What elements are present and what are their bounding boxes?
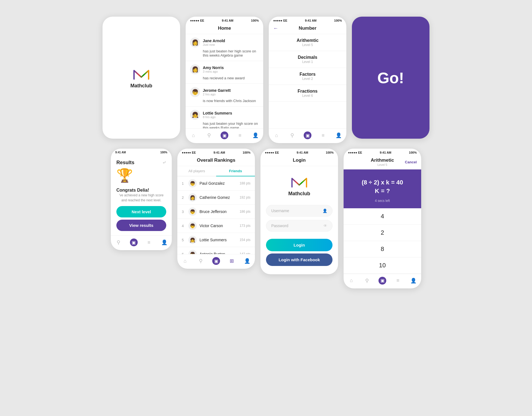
ranking-row-4: 4 👦 Victor Carson 173 pts <box>177 219 255 233</box>
congrats-title: Congrats Delia! <box>116 188 166 193</box>
splash-title: Mathclub <box>131 83 152 89</box>
tab-all-players[interactable]: All players <box>177 166 216 176</box>
number-item-fractions[interactable]: Fractions Level 6 <box>269 85 346 102</box>
bottom-nav-home: ⌂ ⚲ ▣ ≡ 👤 <box>186 128 263 143</box>
nav-home-icon[interactable]: ⌂ <box>190 131 197 139</box>
back-button[interactable]: ← <box>273 26 278 31</box>
nav-profile-icon4[interactable]: 👤 <box>243 257 251 265</box>
nav-search-icon3[interactable]: ⚲ <box>115 239 122 246</box>
number-item-decimals[interactable]: Decimals Level 1 <box>269 51 346 68</box>
status-bar-results: 9:41 AM 100% <box>111 149 172 155</box>
nav-game-icon4[interactable]: ▣ <box>212 257 220 265</box>
user-icon: 👤 <box>323 209 327 213</box>
ranking-avatar-2: 👩 <box>188 193 197 202</box>
ranking-avatar-1: 👦 <box>188 179 197 187</box>
battery-arithmetic: 100% <box>409 151 417 154</box>
battery-number: 100% <box>334 19 342 22</box>
ranking-row-2: 2 👩 Catherine Gomez 192 pts <box>177 191 255 205</box>
nav-home-icon2[interactable]: ⌂ <box>273 131 280 139</box>
row1: Mathclub ●●●●● EE 9:41 AM 100% Home 👩 Ja… <box>103 17 429 143</box>
results-buttons: Next level View results <box>111 206 172 231</box>
quiz-timer: 4 secs left <box>349 199 416 203</box>
answer-4[interactable]: 4 <box>344 208 421 225</box>
mathclub-logo <box>132 67 151 83</box>
ranking-tabs: All players Friends <box>177 166 255 176</box>
feed-name-3: Jerome Garrett <box>203 88 231 93</box>
results-trophy-area: 🏆 <box>111 168 172 188</box>
quiz-answers: 4 2 8 10 <box>344 208 421 274</box>
home-screen: ●●●●● EE 9:41 AM 100% Home 👩 Jane Arnold… <box>186 17 263 143</box>
status-bar-arithmetic: ●●●●● EE 9:41 AM 100% <box>344 149 421 155</box>
number-item-factors[interactable]: Factors Level 2 <box>269 68 346 85</box>
nav-search-icon[interactable]: ⚲ <box>205 131 213 139</box>
bottom-nav-rankings: ⌂ ⚲ ▣ ⊞ 👤 <box>177 254 255 269</box>
login-button[interactable]: Login <box>266 239 332 251</box>
avatar-jerome: 👦 <box>190 87 200 97</box>
go-screen: Go! <box>352 17 429 139</box>
bottom-nav-number: ⌂ ⚲ ▣ ≡ 👤 <box>269 128 346 143</box>
answer-2[interactable]: 2 <box>344 225 421 241</box>
ranking-avatar-5: 👧 <box>188 236 197 244</box>
number-screen: ●●●●● EE 9:41 AM 100% ← Number Arithemti… <box>269 17 346 143</box>
nav-home-icon4[interactable]: ⌂ <box>181 257 189 265</box>
nav-menu-icon3[interactable]: ≡ <box>145 239 153 246</box>
signal-home: ●●●●● EE <box>190 19 204 22</box>
answer-10[interactable]: 10 <box>344 257 421 274</box>
feed-text-3: is now friends with Chris Jackson <box>190 99 259 103</box>
status-bar-rankings: ●●●●● EE 9:41 AM 100% <box>177 149 255 155</box>
nav-profile-icon3[interactable]: 👤 <box>160 239 168 246</box>
cancel-button[interactable]: Cancel <box>405 160 417 164</box>
nav-game-icon3[interactable]: ▣ <box>130 239 138 246</box>
nav-search-icon5[interactable]: ⚲ <box>363 277 371 285</box>
username-placeholder: Username <box>271 209 289 213</box>
login-screen: ●●●●● EE 9:41 AM 100% Login <box>260 149 338 274</box>
nav-rankings-icon4[interactable]: ⊞ <box>228 257 236 265</box>
nav-search-icon2[interactable]: ⚲ <box>288 131 296 139</box>
time-arithmetic: 9:41 AM <box>380 151 392 154</box>
share-icon[interactable]: ⤶ <box>162 159 166 166</box>
number-header: ← Number <box>269 23 346 34</box>
number-list: Arithemtic Level 5 Decimals Level 1 Fact… <box>269 34 346 128</box>
nav-game-icon5[interactable]: ▣ <box>378 277 386 285</box>
username-field[interactable]: Username 👤 <box>266 205 332 217</box>
feed-text-4: has just beaten your high score on this … <box>190 121 259 128</box>
nav-game-icon[interactable]: ▣ <box>221 131 228 139</box>
facebook-login-button[interactable]: Login with Facebook <box>266 253 332 266</box>
nav-menu-icon[interactable]: ≡ <box>236 131 244 139</box>
go-text: Go! <box>377 69 404 87</box>
nav-home-icon5[interactable]: ⌂ <box>347 277 355 285</box>
status-bar-number: ●●●●● EE 9:41 AM 100% <box>269 17 346 23</box>
nav-game-icon2[interactable]: ▣ <box>304 131 311 139</box>
battery-rankings: 100% <box>243 151 250 154</box>
nav-search-icon4[interactable]: ⚲ <box>197 257 204 265</box>
view-results-button[interactable]: View results <box>116 220 166 231</box>
ranking-avatar-6: 👦 <box>188 250 197 254</box>
bottom-nav-arithmetic: ⌂ ⚲ ▣ ≡ 👤 <box>344 274 421 288</box>
status-bar-login: ●●●●● EE 9:41 AM 100% <box>260 149 338 155</box>
quiz-question: (8 ÷ 2) x k = 40 K = ? 4 secs left <box>344 169 421 208</box>
feed-text-1: has just beaten her high score on this w… <box>190 49 259 57</box>
bottom-nav-results: ⚲ ▣ ≡ 👤 <box>111 235 172 250</box>
time-number: 9:41 AM <box>305 19 317 22</box>
login-logo <box>290 174 309 191</box>
avatar-lottie1: 👧 <box>190 110 200 120</box>
feed-name-2: Amy Norris <box>203 65 224 70</box>
nav-profile-icon[interactable]: 👤 <box>252 131 259 139</box>
battery-home: 100% <box>251 19 259 22</box>
answer-8[interactable]: 8 <box>344 241 421 257</box>
password-placeholder: Password <box>271 224 288 228</box>
ranking-row-1: 1 👦 Paul Gonzalez 188 pts <box>177 176 255 191</box>
nav-menu-icon5[interactable]: ≡ <box>394 277 402 285</box>
quiz-equation-line2: K = ? <box>349 187 416 196</box>
nav-profile-icon2[interactable]: 👤 <box>335 131 342 139</box>
time-home: 9:41 AM <box>222 19 234 22</box>
nav-menu-icon2[interactable]: ≡ <box>319 131 327 139</box>
number-item-arithmetic[interactable]: Arithemtic Level 5 <box>269 34 346 51</box>
feed-time-2: 3 mins ago <box>203 70 224 73</box>
tab-friends[interactable]: Friends <box>216 166 255 176</box>
next-level-button[interactable]: Next level <box>116 206 166 217</box>
feed-time-3: 2 hrs ago <box>203 93 231 96</box>
password-field[interactable]: Password 👁 <box>266 220 332 232</box>
feed-item-3: 👦 Jerome Garrett 2 hrs ago is now friend… <box>186 84 263 106</box>
nav-profile-icon5[interactable]: 👤 <box>410 277 417 285</box>
